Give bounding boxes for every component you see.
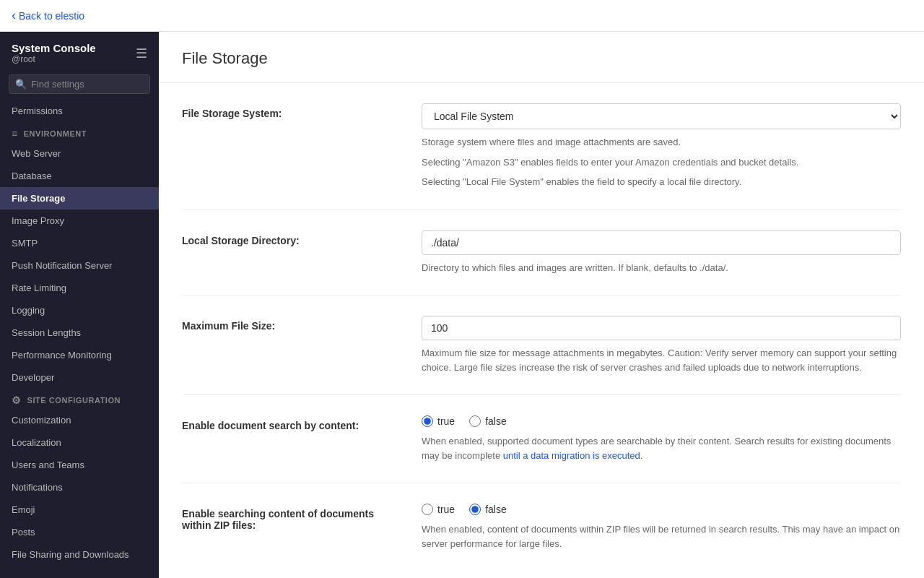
radio-doc-false[interactable]: false xyxy=(469,415,507,427)
page-header: File Storage xyxy=(159,32,924,83)
sidebar-header: System Console @root ☰ xyxy=(0,32,159,72)
sidebar: System Console @root ☰ 🔍 Permissions ≡ E… xyxy=(0,32,159,578)
help-zip-search: When enabled, content of documents withi… xyxy=(422,522,901,551)
sidebar-item-session-lengths[interactable]: Session Lengths xyxy=(0,322,159,344)
sidebar-item-label: Performance Monitoring xyxy=(12,350,112,361)
form-row-storage-system: File Storage System: Local File System A… xyxy=(182,83,901,210)
sidebar-item-logging[interactable]: Logging xyxy=(0,299,159,322)
local-dir-input[interactable] xyxy=(422,230,901,255)
environment-icon: ≡ xyxy=(12,128,18,139)
radio-doc-true[interactable]: true xyxy=(422,415,455,427)
sidebar-item-label: Localization xyxy=(12,437,61,448)
max-size-input[interactable] xyxy=(422,316,901,340)
label-max-size: Maximum File Size: xyxy=(182,316,398,374)
sidebar-item-customization[interactable]: Customization xyxy=(0,409,159,431)
menu-icon[interactable]: ☰ xyxy=(136,46,147,61)
sidebar-item-label: Image Proxy xyxy=(12,215,64,226)
section-label: SITE CONFIGURATION xyxy=(27,396,121,405)
radio-group-zip-search: true false xyxy=(422,504,901,515)
back-link[interactable]: Back to elestio xyxy=(12,8,84,23)
sidebar-item-developer[interactable]: Developer xyxy=(0,366,159,389)
sidebar-item-label: SMTP xyxy=(12,238,38,249)
radio-doc-false-label: false xyxy=(485,415,507,427)
form-row-zip-search: Enable searching content of documents wi… xyxy=(182,483,901,571)
sidebar-item-label: Database xyxy=(12,171,52,181)
label-zip-search: Enable searching content of documents wi… xyxy=(182,504,398,551)
search-input[interactable] xyxy=(31,79,144,90)
top-bar: Back to elestio xyxy=(0,0,924,32)
sidebar-item-label: Users and Teams xyxy=(12,460,84,470)
sidebar-item-localization[interactable]: Localization xyxy=(0,431,159,454)
section-label: ENVIRONMENT xyxy=(24,129,87,138)
sidebar-item-performance-monitoring[interactable]: Performance Monitoring xyxy=(0,344,159,366)
console-title: System Console xyxy=(12,42,96,54)
radio-doc-true-input[interactable] xyxy=(422,415,433,427)
form-body: File Storage System: Local File System A… xyxy=(159,83,924,578)
radio-group-doc-search: true false xyxy=(422,415,901,427)
help-doc-search: When enabled, supported document types a… xyxy=(422,434,901,462)
control-doc-search: true false When enabled, supported docum… xyxy=(422,415,901,462)
control-zip-search: true false When enabled, content of docu… xyxy=(422,504,901,551)
main-content: File Storage File Storage System: Local … xyxy=(159,32,924,578)
sidebar-item-label: Permissions xyxy=(12,105,63,116)
form-row-max-size: Maximum File Size: Maximum file size for… xyxy=(182,296,901,395)
console-sub: @root xyxy=(12,54,96,64)
form-row-local-dir: Local Storage Directory: Directory to wh… xyxy=(182,210,901,296)
storage-system-select[interactable]: Local File System Amazon S3 xyxy=(422,103,901,129)
sidebar-item-label: Web Server xyxy=(12,148,61,159)
section-environment: ≡ ENVIRONMENT xyxy=(0,122,159,142)
form-row-doc-search: Enable document search by content: true … xyxy=(182,395,901,483)
sidebar-item-image-proxy[interactable]: Image Proxy xyxy=(0,210,159,232)
radio-zip-false-input[interactable] xyxy=(469,504,481,515)
page-title: File Storage xyxy=(182,49,901,68)
content-area: File Storage File Storage System: Local … xyxy=(159,32,924,578)
label-storage-system: File Storage System: xyxy=(182,103,398,189)
help-local-dir: Directory to which files and images are … xyxy=(422,261,901,275)
help-storage-1: Storage system where files and image att… xyxy=(422,135,901,150)
control-max-size: Maximum file size for message attachment… xyxy=(422,316,901,374)
section-site-configuration: ⚙ SITE CONFIGURATION xyxy=(0,389,159,409)
sidebar-item-notifications[interactable]: Notifications xyxy=(0,476,159,499)
sidebar-item-label: Notifications xyxy=(12,482,63,493)
sidebar-item-push-notification[interactable]: Push Notification Server xyxy=(0,254,159,277)
sidebar-item-label: Session Lengths xyxy=(12,327,81,338)
label-doc-search: Enable document search by content: xyxy=(182,415,398,462)
sidebar-item-label: Emoji xyxy=(12,504,35,515)
migration-link[interactable]: until a data migration is executed xyxy=(503,450,640,461)
sidebar-item-web-server[interactable]: Web Server xyxy=(0,142,159,165)
sidebar-item-smtp[interactable]: SMTP xyxy=(0,232,159,254)
radio-zip-true-input[interactable] xyxy=(422,504,433,515)
sidebar-item-label: File Sharing and Downloads xyxy=(12,549,129,560)
sidebar-item-rate-limiting[interactable]: Rate Limiting xyxy=(0,277,159,299)
radio-zip-true[interactable]: true xyxy=(422,504,455,515)
label-local-dir: Local Storage Directory: xyxy=(182,230,398,275)
sidebar-item-label: Posts xyxy=(12,527,35,538)
control-storage-system: Local File System Amazon S3 Storage syst… xyxy=(422,103,901,189)
sidebar-item-label: Rate Limiting xyxy=(12,282,66,293)
layout: System Console @root ☰ 🔍 Permissions ≡ E… xyxy=(0,32,924,578)
sidebar-item-file-sharing[interactable]: File Sharing and Downloads xyxy=(0,543,159,566)
sidebar-item-database[interactable]: Database xyxy=(0,165,159,187)
help-storage-2: Selecting "Amazon S3" enables fields to … xyxy=(422,155,901,170)
sidebar-item-label: Push Notification Server xyxy=(12,260,112,271)
sidebar-item-label: Developer xyxy=(12,372,54,383)
sidebar-item-label: Logging xyxy=(12,305,45,316)
radio-zip-true-label: true xyxy=(437,504,455,515)
sidebar-item-label: File Storage xyxy=(12,193,65,204)
sidebar-item-permissions[interactable]: Permissions xyxy=(0,100,159,122)
help-max-size: Maximum file size for message attachment… xyxy=(422,346,901,374)
sidebar-item-label: Customization xyxy=(12,415,71,426)
radio-doc-false-input[interactable] xyxy=(469,415,481,427)
sidebar-item-emoji[interactable]: Emoji xyxy=(0,499,159,521)
sidebar-item-users-and-teams[interactable]: Users and Teams xyxy=(0,454,159,476)
site-config-icon: ⚙ xyxy=(12,394,22,406)
sidebar-item-file-storage[interactable]: File Storage xyxy=(0,187,159,210)
radio-zip-false-label: false xyxy=(485,504,507,515)
control-local-dir: Directory to which files and images are … xyxy=(422,230,901,275)
help-storage-3: Selecting "Local File System" enables th… xyxy=(422,175,901,189)
search-icon: 🔍 xyxy=(15,79,27,90)
radio-doc-true-label: true xyxy=(437,415,455,427)
search-box[interactable]: 🔍 xyxy=(9,74,150,94)
sidebar-item-posts[interactable]: Posts xyxy=(0,521,159,543)
radio-zip-false[interactable]: false xyxy=(469,504,507,515)
